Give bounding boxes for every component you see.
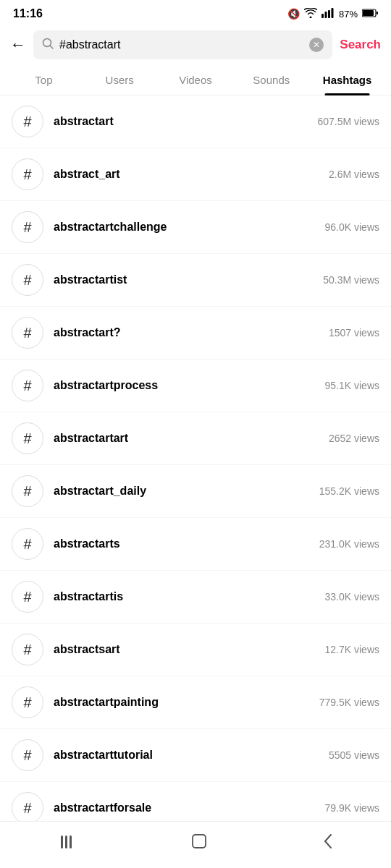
- search-bar: ← #abstractart ✕ Search: [0, 25, 391, 65]
- clear-button[interactable]: ✕: [309, 38, 324, 52]
- hashtag-item[interactable]: # abstractarttutorial 5505 views: [0, 729, 391, 782]
- hashtag-icon: #: [12, 370, 43, 401]
- hashtag-name: abstractart?: [54, 326, 329, 339]
- nav-home-icon[interactable]: [191, 833, 207, 854]
- hashtag-item[interactable]: # abstractart 607.5M views: [0, 95, 391, 148]
- tab-top[interactable]: Top: [6, 65, 82, 95]
- hashtag-item[interactable]: # abstractart? 1507 views: [0, 307, 391, 359]
- hashtag-name: abstractartis: [54, 590, 325, 603]
- hashtag-views: 779.5K views: [319, 697, 379, 708]
- hashtag-views: 2652 views: [329, 433, 379, 444]
- svg-rect-3: [331, 8, 333, 18]
- hashtag-views: 33.0K views: [325, 591, 379, 603]
- hashtag-name: abstractarts: [54, 537, 319, 550]
- svg-rect-9: [61, 835, 63, 848]
- hashtag-name: abstractartforsale: [54, 801, 325, 814]
- hashtag-item[interactable]: # abstractartis 33.0K views: [0, 571, 391, 624]
- back-button[interactable]: ←: [10, 35, 26, 54]
- hashtag-icon: #: [12, 211, 43, 243]
- hashtag-item[interactable]: # abstractart_daily 155.2K views: [0, 465, 391, 518]
- hashtag-views: 12.7K views: [325, 644, 379, 655]
- search-button[interactable]: Search: [340, 38, 381, 52]
- hashtag-icon: #: [12, 528, 43, 560]
- bottom-navigation: [0, 821, 391, 868]
- svg-rect-0: [321, 14, 324, 18]
- hashtag-views: 155.2K views: [319, 485, 379, 497]
- search-icon: [42, 38, 54, 52]
- hashtag-item[interactable]: # abstract_art 2.6M views: [0, 148, 391, 201]
- hashtag-icon: #: [12, 422, 43, 454]
- hashtag-icon: #: [12, 264, 43, 296]
- hashtag-views: 5505 views: [329, 749, 379, 761]
- hashtag-item[interactable]: # abstractartart 2652 views: [0, 412, 391, 465]
- hashtag-icon: #: [12, 106, 43, 137]
- mute-icon: 🔇: [287, 8, 300, 20]
- battery-icon: [362, 8, 378, 20]
- tab-sounds[interactable]: Sounds: [233, 65, 309, 95]
- hashtag-name: abstractarttutorial: [54, 749, 329, 762]
- svg-rect-5: [363, 10, 374, 16]
- search-input-wrapper[interactable]: #abstractart ✕: [33, 30, 332, 59]
- hashtag-icon: #: [12, 686, 43, 718]
- hashtag-views: 96.0K views: [325, 221, 379, 233]
- svg-rect-2: [328, 10, 330, 18]
- svg-rect-11: [70, 835, 72, 848]
- hashtag-views: 2.6M views: [329, 169, 379, 180]
- hashtag-icon: #: [12, 739, 43, 771]
- nav-back-icon[interactable]: [323, 833, 333, 854]
- hashtag-item[interactable]: # abstractartpainting 779.5K views: [0, 676, 391, 729]
- hashtag-list: # abstractart 607.5M views # abstract_ar…: [0, 95, 391, 835]
- hashtag-item[interactable]: # abstractartprocess 95.1K views: [0, 359, 391, 412]
- hashtag-views: 607.5M views: [317, 116, 379, 127]
- hashtag-views: 1507 views: [329, 327, 379, 339]
- hashtag-views: 79.9K views: [325, 802, 379, 814]
- battery-percent: 87%: [339, 9, 358, 20]
- hashtag-icon: #: [12, 317, 43, 349]
- hashtag-icon: #: [12, 475, 43, 507]
- hashtag-name: abstract_art: [54, 168, 329, 181]
- svg-line-8: [50, 46, 53, 48]
- svg-rect-1: [324, 12, 327, 18]
- tab-hashtags[interactable]: Hashtags: [309, 65, 385, 95]
- hashtag-name: abstractart: [54, 115, 317, 128]
- hashtag-views: 231.0K views: [319, 538, 379, 550]
- signal-icon: [321, 8, 335, 20]
- hashtag-icon: #: [12, 792, 43, 824]
- hashtag-name: abstractartart: [54, 432, 329, 445]
- hashtag-item[interactable]: # abstractsart 12.7K views: [0, 624, 391, 676]
- tab-videos[interactable]: Videos: [158, 65, 234, 95]
- hashtag-name: abstractartist: [54, 273, 323, 286]
- tabs-bar: Top Users Videos Sounds Hashtags: [0, 65, 391, 95]
- hashtag-item[interactable]: # abstractartchallenge 96.0K views: [0, 201, 391, 254]
- svg-rect-6: [377, 12, 378, 14]
- tab-users[interactable]: Users: [82, 65, 158, 95]
- wifi-icon: [304, 8, 317, 20]
- hashtag-views: 50.3M views: [323, 274, 379, 286]
- hashtag-icon: #: [12, 158, 43, 190]
- hashtag-name: abstractartchallenge: [54, 221, 325, 234]
- hashtag-name: abstractsart: [54, 643, 325, 656]
- svg-rect-10: [65, 835, 67, 848]
- status-time: 11:16: [13, 7, 43, 20]
- hashtag-views: 95.1K views: [325, 380, 379, 391]
- hashtag-name: abstractartpainting: [54, 696, 319, 709]
- hashtag-name: abstractartprocess: [54, 379, 325, 392]
- hashtag-item[interactable]: # abstractarts 231.0K views: [0, 518, 391, 571]
- status-icons: 🔇 87%: [287, 8, 378, 20]
- hashtag-item[interactable]: # abstractartist 50.3M views: [0, 254, 391, 307]
- nav-menu-icon[interactable]: [58, 834, 75, 853]
- hashtag-name: abstractart_daily: [54, 485, 319, 498]
- hashtag-icon: #: [12, 634, 43, 665]
- status-bar: 11:16 🔇 87%: [0, 0, 391, 25]
- hashtag-icon: #: [12, 581, 43, 613]
- search-query: #abstractart: [59, 38, 303, 51]
- svg-rect-12: [193, 835, 206, 848]
